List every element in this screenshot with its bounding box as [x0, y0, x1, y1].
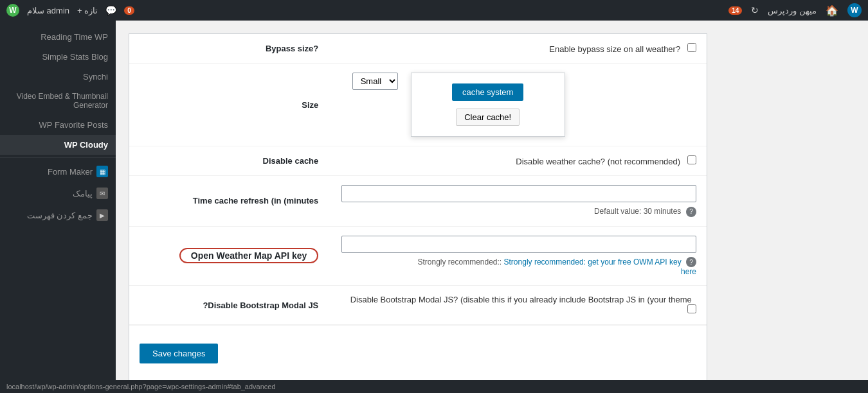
form-maker-label: Form Maker — [48, 167, 93, 177]
strongly-recommended-text: Strongly recommended:: Strongly recommen… — [341, 258, 696, 277]
size-label-cell: Size — [129, 64, 331, 146]
payamak-icon: ✉ — [96, 188, 108, 199]
disable-bootstrap-row: ?Disable Bootstrap Modal JS Disable Boot… — [129, 286, 707, 325]
bypass-size-checkbox[interactable] — [687, 43, 696, 52]
home-icon[interactable]: 🏠 — [826, 4, 838, 17]
help-icon-owm[interactable]: ? — [686, 257, 696, 267]
owm-api-input[interactable] — [341, 236, 696, 253]
updates-icon[interactable]: ↻ — [751, 5, 759, 15]
time-cache-row: Time cache refresh (in (minutes Default … — [129, 176, 707, 227]
site-name: سلام admin — [27, 6, 69, 15]
owm-api-label-text: Open Weather Map API key — [191, 250, 307, 261]
form-maker-icon: ▦ — [96, 166, 108, 177]
help-icon-time[interactable]: ? — [686, 207, 696, 217]
owm-api-label-wrapper: Open Weather Map API key — [179, 248, 319, 263]
sidebar: Reading Time WP Simple Stats Blog Synchi… — [0, 21, 116, 393]
collapse-label: جمع کردن فهرست — [27, 211, 93, 220]
sidebar-item-collapse-menu[interactable]: جمع کردن فهرست ▶ — [0, 204, 116, 226]
owm-api-row: Open Weather Map API key Strongly recomm… — [129, 226, 707, 286]
sidebar-item-form-maker[interactable]: Form Maker ▦ — [0, 161, 116, 182]
sidebar-item-payamak[interactable]: پیامک ✉ — [0, 182, 116, 204]
size-select[interactable]: Small — [352, 73, 398, 90]
comments-count: 0 — [124, 6, 134, 15]
sidebar-item-video-embed[interactable]: Video Embed & Thumbnail Generator — [0, 87, 116, 115]
bottom-bar: localhost/wp/wp-admin/options-general.ph… — [0, 380, 868, 393]
disable-bootstrap-checkbox[interactable] — [687, 304, 696, 313]
new-content-link[interactable]: + تازه — [77, 6, 98, 15]
cache-popup-container: cache system Clear cache! — [411, 73, 565, 137]
bypass-size-label-text: Bypass size? — [266, 44, 318, 53]
comments-icon[interactable]: 💬 — [105, 5, 116, 15]
owm-api-label-cell: Open Weather Map API key — [129, 226, 331, 286]
bypass-size-row: Bypass size? Enable bypass size on all w… — [129, 34, 707, 64]
owm-api-input-col: Strongly recommended:: Strongly recommen… — [331, 226, 707, 286]
time-cache-input[interactable] — [341, 185, 696, 202]
status-url: localhost/wp/wp-admin/options-general.ph… — [6, 383, 276, 390]
time-cache-label-cell: Time cache refresh (in (minutes — [129, 176, 331, 227]
sidebar-item-reading-time-wp[interactable]: Reading Time WP — [0, 27, 116, 47]
bypass-size-input-col: Enable bypass size on all weather? — [331, 34, 707, 64]
form-table: Bypass size? Enable bypass size on all w… — [129, 34, 707, 325]
sidebar-item-simple-stats-blog[interactable]: Simple Stats Blog — [0, 47, 116, 67]
admin-bar: W سلام admin + تازه 💬 0 W 🏠 میهن وردپرس … — [0, 0, 868, 21]
disable-cache-input-col: Disable weather cache? (not recommended) — [331, 146, 707, 176]
clear-cache-button[interactable]: Clear cache! — [456, 109, 520, 126]
form-actions: Save changes — [129, 325, 707, 381]
disable-cache-row: Disable cache Disable weather cache? (no… — [129, 146, 707, 176]
updates-count: 14 — [728, 6, 742, 15]
disable-bootstrap-checkbox-label-text: Disable Bootstrap Modal JS? (disable thi… — [350, 295, 692, 304]
disable-bootstrap-input-col: Disable Bootstrap Modal JS? (disable thi… — [331, 286, 707, 325]
sidebar-item-wp-favorite-posts[interactable]: WP Favorite Posts — [0, 115, 116, 135]
bypass-size-checkbox-label: Enable bypass size on all weather? — [549, 44, 680, 54]
disable-bootstrap-label-text: ?Disable Bootstrap Modal JS — [203, 301, 318, 310]
disable-cache-label-cell: Disable cache — [129, 146, 331, 176]
save-changes-button[interactable]: Save changes — [140, 344, 218, 363]
disable-cache-checkbox-label-text: Disable weather cache? (not recommended) — [516, 157, 680, 166]
wp-logo[interactable]: W — [6, 4, 19, 17]
settings-form: Bypass size? Enable bypass size on all w… — [129, 33, 707, 382]
size-label-text: Size — [302, 100, 318, 110]
disable-cache-checkbox[interactable] — [687, 155, 696, 164]
payamak-label: پیامک — [73, 189, 93, 198]
wp-home-logo[interactable]: W — [847, 3, 862, 17]
default-value-label: Default value: 30 minutes — [594, 207, 681, 216]
cache-system-button[interactable]: cache system — [452, 83, 523, 101]
owm-api-link[interactable]: Strongly recommended: get your free OWM … — [504, 258, 682, 266]
disable-cache-label-text: Disable cache — [263, 156, 319, 166]
main-content: Bypass size? Enable bypass size on all w… — [116, 21, 868, 393]
time-cache-input-col: Default value: 30 minutes ? — [331, 176, 707, 227]
collapse-icon: ▶ — [96, 209, 108, 221]
bypass-size-label: Bypass size? — [129, 34, 331, 64]
time-cache-label-text: Time cache refresh (in (minutes — [193, 196, 319, 205]
cache-system-popup: cache system Clear cache! — [411, 73, 565, 137]
sidebar-item-synchi[interactable]: Synchi — [0, 67, 116, 87]
disable-bootstrap-label-cell: ?Disable Bootstrap Modal JS — [129, 286, 331, 325]
dashboard-link[interactable]: میهن وردپرس — [768, 6, 817, 15]
size-row: Size Small cache system Cle — [129, 64, 707, 146]
owm-api-here-link[interactable]: here — [341, 267, 696, 276]
size-input-col: Small cache system Clear cache! — [331, 64, 575, 146]
sidebar-item-wp-cloudy[interactable]: WP Cloudy — [0, 135, 116, 155]
